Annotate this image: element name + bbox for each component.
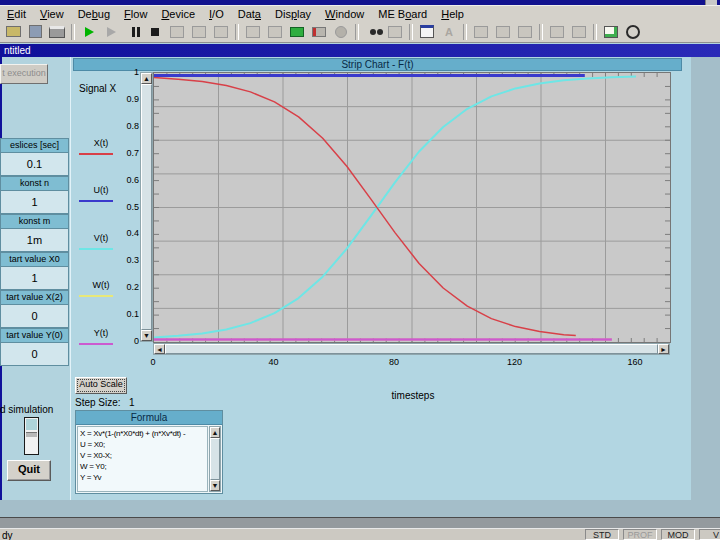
scroll-up-button[interactable]: ▲	[141, 73, 152, 84]
pause-icon[interactable]	[123, 23, 143, 41]
plot-area	[153, 72, 671, 343]
save-icon[interactable]	[25, 23, 45, 41]
chart-title: Strip Chart - F(t)	[73, 58, 682, 71]
status-indicator-mod: MOD	[661, 529, 695, 540]
menu-item-view[interactable]: View	[33, 6, 71, 22]
chart-vertical-scrollbar[interactable]: ▲▼	[140, 72, 153, 342]
status-indicator-v: V	[699, 529, 720, 540]
x-axis-label: timesteps	[155, 390, 671, 401]
chart-icon[interactable]	[601, 23, 621, 41]
legend-color-line	[79, 200, 113, 202]
toolbar-separator	[539, 24, 543, 40]
slider-handle[interactable]	[26, 432, 37, 437]
toolbar: A	[0, 21, 720, 43]
x-tick-label: 160	[620, 357, 650, 367]
replace-all-icon[interactable]	[569, 23, 589, 41]
simulation-slider[interactable]	[24, 417, 39, 455]
step-out-icon[interactable]	[211, 23, 231, 41]
quit-button[interactable]: Quit	[7, 460, 51, 481]
stop-icon[interactable]	[145, 23, 165, 41]
scroll-right-button[interactable]: ►	[658, 344, 669, 354]
document-titlebar[interactable]: ntitled	[0, 44, 720, 57]
menu-item-edit[interactable]: Edit	[0, 6, 33, 22]
step-icon[interactable]	[101, 23, 121, 41]
param-box: tart value Y(0)0	[0, 328, 69, 366]
font-icon[interactable]: A	[439, 23, 459, 41]
download-icon[interactable]	[243, 23, 263, 41]
param-value[interactable]: 0	[1, 305, 68, 327]
toolbar-separator	[235, 24, 239, 40]
paste-icon[interactable]	[515, 23, 535, 41]
toolbar-separator	[593, 24, 597, 40]
y-tick-label: 0.9	[113, 94, 139, 104]
step-into-icon[interactable]	[167, 23, 187, 41]
scroll-thumb[interactable]	[165, 344, 658, 354]
board-run-icon[interactable]	[309, 23, 329, 41]
scroll-down-button[interactable]: ▼	[141, 330, 152, 341]
param-value[interactable]: 1m	[1, 229, 68, 251]
copy-icon[interactable]	[493, 23, 513, 41]
menu-item-debug[interactable]: Debug	[71, 6, 117, 22]
param-value[interactable]: 1	[1, 191, 68, 213]
toolbar-separator	[355, 24, 359, 40]
status-indicator-prof: PROF	[623, 529, 657, 540]
param-value[interactable]: 0	[1, 343, 68, 365]
param-box: konst n1	[0, 176, 69, 214]
menu-item-i-o[interactable]: I/O	[202, 6, 231, 22]
formula-panel-title: Formula	[76, 411, 222, 425]
x-tick-label: 80	[379, 357, 409, 367]
step-over-icon[interactable]	[189, 23, 209, 41]
simulation-label: d simulation	[0, 404, 60, 415]
scroll-up-button[interactable]: ▲	[210, 427, 220, 438]
formula-line: Y = Yv	[80, 472, 205, 483]
scroll-thumb[interactable]	[210, 438, 220, 480]
menu-item-device[interactable]: Device	[154, 6, 202, 22]
find-next-icon[interactable]	[385, 23, 405, 41]
toolbar-separator	[463, 24, 467, 40]
series-xt	[154, 78, 576, 336]
y-tick-label: 1	[113, 67, 139, 77]
pages-icon[interactable]	[265, 23, 285, 41]
y-tick-label: 0.1	[113, 309, 139, 319]
menu-item-help[interactable]: Help	[434, 6, 471, 22]
menu-item-me-board[interactable]: ME Board	[371, 6, 434, 22]
cut-icon[interactable]	[471, 23, 491, 41]
step-size-value: 1	[129, 397, 135, 408]
param-box: konst m1m	[0, 214, 69, 252]
param-value[interactable]: 1	[1, 267, 68, 289]
board-connect-icon[interactable]	[287, 23, 307, 41]
param-box: eslices [sec]0.1	[0, 138, 69, 176]
chart-legend-header: Signal X	[79, 83, 129, 94]
menu-item-display[interactable]: Display	[268, 6, 318, 22]
status-band	[0, 518, 720, 529]
y-tick-label: 0.3	[113, 255, 139, 265]
formula-scrollbar[interactable]: ▲▼	[209, 426, 221, 492]
legend-label-xt: X(t)	[79, 138, 123, 148]
chart-horizontal-scrollbar[interactable]: ◄►	[153, 343, 670, 355]
menu-item-flow[interactable]: Flow	[117, 6, 154, 22]
print-icon[interactable]	[47, 23, 67, 41]
properties-icon[interactable]	[417, 23, 437, 41]
timer-icon[interactable]	[623, 23, 643, 41]
find-icon[interactable]	[363, 23, 383, 41]
open-icon[interactable]	[3, 23, 23, 41]
step-size-label: Step Size:	[75, 397, 121, 408]
param-value[interactable]: 0.1	[1, 153, 68, 175]
auto-scale-button[interactable]: Auto Scale	[75, 377, 127, 394]
execution-button[interactable]: t execution	[0, 64, 48, 84]
run-icon[interactable]	[79, 23, 99, 41]
legend-color-line	[79, 295, 113, 297]
formula-listbox[interactable]: X = Xv*(1-(n*X0*dt) + (n*Xv*dt) -U = X0;…	[77, 426, 208, 492]
globe-icon[interactable]	[331, 23, 351, 41]
replace-icon[interactable]	[547, 23, 567, 41]
slider-fill	[26, 419, 37, 430]
param-label: konst n	[1, 177, 68, 191]
scroll-down-button[interactable]: ▼	[210, 480, 220, 491]
formula-panel: Formula X = Xv*(1-(n*X0*dt) + (n*Xv*dt) …	[75, 410, 223, 494]
scroll-left-button[interactable]: ◄	[154, 344, 165, 354]
menu-item-data[interactable]: Data	[231, 6, 268, 22]
formula-line: X = Xv*(1-(n*X0*dt) + (n*Xv*dt) -	[80, 428, 205, 439]
scroll-thumb[interactable]	[141, 84, 152, 330]
menu-item-window[interactable]: Window	[318, 6, 371, 22]
param-box: tart value X(2)0	[0, 290, 69, 328]
